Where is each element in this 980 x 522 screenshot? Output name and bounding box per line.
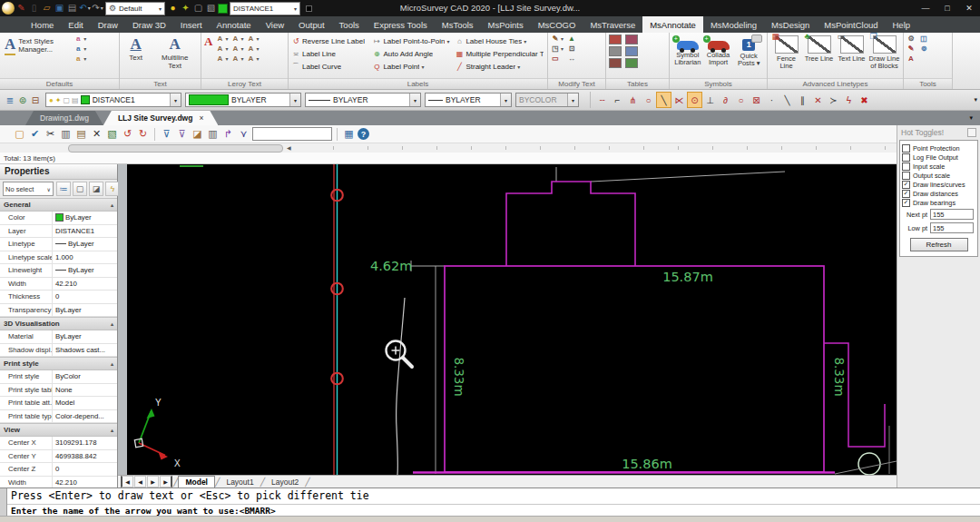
- checkbox-icon[interactable]: [902, 153, 910, 162]
- layer-manager-icon[interactable]: ≣: [4, 94, 16, 107]
- refresh-button[interactable]: Refresh: [910, 238, 968, 251]
- menu-tab-mstraverse[interactable]: MsTraverse: [583, 16, 642, 33]
- filter-apply-icon[interactable]: ⊽: [160, 127, 173, 142]
- scrollbar-arrow-icon[interactable]: ◀: [287, 144, 291, 151]
- chevron-down-icon[interactable]: ▾: [256, 55, 259, 62]
- quick-select-icon[interactable]: ≔: [56, 182, 71, 196]
- snap-endpoint-icon[interactable]: ⋔: [625, 92, 641, 108]
- close-button[interactable]: ✕: [958, 0, 980, 16]
- chevron-down-icon[interactable]: ▾: [524, 38, 526, 44]
- label-tool-label-line[interactable]: ≍Label Line: [291, 47, 367, 60]
- text-styles-manager-button[interactable]: A Text Styles Manager...: [3, 34, 71, 56]
- pickadd-toggle-icon[interactable]: ◪: [89, 182, 103, 196]
- property-value[interactable]: ByLayer: [53, 304, 117, 317]
- paste-special-icon[interactable]: ▧: [105, 127, 119, 142]
- label-tool-reverse-line-label[interactable]: ↺Reverse Line Label: [291, 34, 367, 47]
- pin-icon[interactable]: [967, 128, 976, 137]
- menu-tab-output[interactable]: Output: [291, 16, 332, 33]
- symbols-button-quick-posts[interactable]: 1Quick Posts ▾: [733, 34, 764, 67]
- leroy-text-icon[interactable]: A▾: [230, 34, 243, 43]
- menu-tab-tools[interactable]: Tools: [332, 16, 367, 33]
- multiline-text-button[interactable]: A Multiline Text: [157, 34, 193, 71]
- menu-tab-insert[interactable]: Insert: [173, 16, 210, 33]
- low-pt-input[interactable]: 155: [930, 222, 974, 233]
- property-value[interactable]: 42.210: [53, 278, 117, 291]
- chevron-down-icon[interactable]: ▾: [421, 64, 424, 70]
- modify-text-icon[interactable]: ✎▾: [551, 34, 564, 43]
- leroy-text-icon[interactable]: A▾: [230, 44, 243, 53]
- chevron-down-icon[interactable]: ▾: [88, 2, 91, 15]
- save-icon[interactable]: ▣: [54, 2, 65, 15]
- properties-section-general[interactable]: General▴: [0, 198, 117, 212]
- grid-view-icon[interactable]: ▦: [342, 127, 356, 142]
- snap-clear-icon[interactable]: ✕: [810, 92, 826, 108]
- linetype-button-tree-line[interactable]: ♣Tree Line: [803, 34, 835, 63]
- markup-icon[interactable]: ✎: [15, 2, 27, 15]
- property-value[interactable]: ByLayer: [53, 238, 117, 251]
- menu-tab-annotate[interactable]: Annotate: [210, 16, 259, 33]
- property-value[interactable]: ByLayer: [53, 212, 117, 224]
- sun-icon[interactable]: ✦: [180, 2, 191, 15]
- properties-panel-title[interactable]: Properties: [0, 164, 117, 180]
- properties-section-print-style[interactable]: Print style▴: [0, 357, 117, 370]
- menu-tab-help[interactable]: Help: [886, 16, 918, 33]
- leroy-text-icon[interactable]: A▾: [215, 34, 228, 43]
- property-value[interactable]: ByLayer: [53, 264, 117, 277]
- linetype-button-text-line[interactable]: ▭Text Line: [836, 34, 867, 63]
- table-tool-icon[interactable]: [609, 34, 622, 44]
- workspace-combo[interactable]: ⚙ Default ▾: [105, 2, 165, 15]
- label-tool-label-point-to-point[interactable]: ↦Label Point-to-Point▾: [372, 34, 449, 47]
- linetype-button-fence-line[interactable]: ▦Fence Line: [770, 34, 802, 70]
- snap-track-icon[interactable]: ╌: [594, 92, 610, 108]
- hot-toggles-titlebar[interactable]: Hot Toggles!: [897, 125, 980, 139]
- panel-splitter[interactable]: [118, 164, 127, 475]
- undo-icon[interactable]: ↶▾: [79, 2, 91, 15]
- property-value[interactable]: ByLayer: [53, 330, 117, 343]
- lineweight-combo[interactable]: BYLAYER ▾: [425, 93, 512, 107]
- filter-image-icon[interactable]: ◪: [191, 127, 204, 142]
- snap-quadrant-icon[interactable]: ⊙: [687, 92, 702, 108]
- snap-intersection-icon[interactable]: ⋉: [671, 92, 687, 108]
- modify-text-icon[interactable]: ▭: [551, 54, 564, 63]
- next-pt-input[interactable]: 155: [930, 209, 974, 220]
- snap-center-icon[interactable]: ○: [641, 92, 656, 108]
- table-tool-icon[interactable]: [609, 46, 622, 56]
- new-item-icon[interactable]: ▢: [13, 127, 26, 142]
- property-value[interactable]: 4699388.842: [53, 450, 117, 463]
- chevron-down-icon[interactable]: ▾: [225, 55, 228, 62]
- paper-icon[interactable]: ▢: [192, 2, 204, 15]
- symbols-button-symbol-librarian[interactable]: +Symbol Librarian: [672, 34, 703, 66]
- new-file-icon[interactable]: ▯: [28, 2, 40, 15]
- confirm-icon[interactable]: ✔: [28, 127, 42, 142]
- checkbox-icon[interactable]: [902, 163, 910, 171]
- menu-tab-mspointcloud[interactable]: MsPointCloud: [817, 16, 885, 33]
- menu-tab-msdesign[interactable]: MsDesign: [764, 16, 817, 33]
- chevron-down-icon[interactable]: ▾: [83, 45, 86, 52]
- chevron-down-icon[interactable]: ▾: [256, 45, 259, 52]
- label-tool-label-house-ties[interactable]: ⌂Label House Ties▾: [455, 34, 544, 47]
- drawing-canvas[interactable]: Y X 4.62m15.87m8.33m8.33m15.86m: [127, 164, 897, 475]
- property-value[interactable]: DISTANCE1: [53, 225, 117, 238]
- property-value[interactable]: 3109291.178: [53, 437, 117, 449]
- point-style-icon[interactable]: a▾: [74, 54, 86, 63]
- hot-toggle-input-scale[interactable]: Input scale: [902, 162, 975, 171]
- filter-print-icon[interactable]: ▥: [206, 127, 220, 142]
- chevron-up-icon[interactable]: ▴: [111, 320, 113, 327]
- menu-tab-msannotate[interactable]: MsAnnotate: [642, 16, 703, 33]
- modify-text-icon[interactable]: ◳▾: [551, 44, 564, 53]
- toolbar-overflow-icon[interactable]: ▾: [974, 96, 977, 103]
- close-icon[interactable]: ×: [199, 113, 203, 123]
- snap-nearest-icon[interactable]: ╲: [656, 92, 671, 108]
- linetype-button-draw-line-of-blocks[interactable]: ❒Draw Line of Blocks: [868, 34, 900, 70]
- menu-tab-mstools[interactable]: MsTools: [435, 16, 481, 33]
- hot-toggle-draw-lines-curves[interactable]: ✓Draw lines/curves: [902, 180, 975, 189]
- menu-tab-draw-3d[interactable]: Draw 3D: [125, 16, 173, 33]
- chevron-down-icon[interactable]: ▾: [240, 35, 243, 42]
- property-value[interactable]: Shadows cast...: [53, 344, 117, 357]
- leroy-text-icon[interactable]: A▾: [215, 54, 228, 63]
- label-tool-auto-add-angle[interactable]: ⊕Auto Add Angle: [372, 47, 449, 60]
- selection-combo[interactable]: No select ∨: [3, 182, 54, 196]
- chevron-down-icon[interactable]: ▾: [561, 45, 564, 52]
- leroy-text-icon[interactable]: A▾: [246, 44, 259, 53]
- menu-tab-mscogo[interactable]: MsCOGO: [531, 16, 583, 33]
